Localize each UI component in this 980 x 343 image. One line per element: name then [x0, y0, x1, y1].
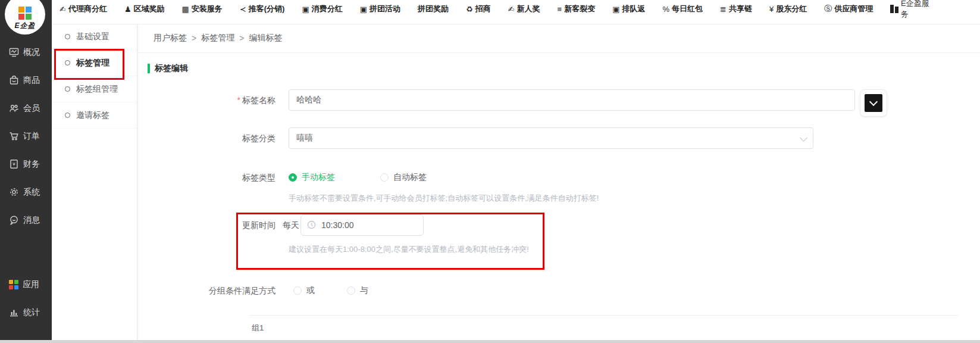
topnav-item-promoter[interactable]: ≺推客(分销): [240, 4, 285, 14]
top-navigation-bar: ✍代理商分红 ♟区域奖励 ▦安装服务 ≺推客(分销) ▣消费分红 ▣拼团活动 拼…: [52, 0, 980, 24]
breadcrumb-tag-management[interactable]: 标签管理: [201, 33, 234, 43]
s-circle-icon: Ⓢ: [824, 4, 832, 14]
submenu-item-invite-tag[interactable]: 邀请标签: [52, 102, 137, 129]
update-time-value[interactable]: [300, 214, 424, 236]
breadcrumb-separator: >: [192, 33, 196, 43]
topnav-item-group-reward[interactable]: 拼团奖励: [418, 4, 449, 14]
topnav-item-shareholder-dividend[interactable]: ¥股东分红: [769, 4, 807, 14]
topnav-item-daily-redpacket[interactable]: %每日红包: [662, 4, 703, 14]
update-time-hint: 建议设置在每天1:00-8:00之间,尽量不要设置整点,避免和其他任务冲突!: [289, 244, 529, 255]
share-icon: ≺: [240, 5, 246, 14]
auto-tag-radio[interactable]: [380, 173, 389, 182]
topnav-item-new-customer-fission[interactable]: ≡新客裂变: [558, 4, 596, 14]
chevron-down-icon: [869, 98, 878, 106]
recycle-icon: ♻: [466, 5, 473, 14]
tag-type-radio-group: 手动标签 自动标签: [289, 167, 427, 188]
logo-text: E企盈: [14, 21, 35, 31]
manual-tag-radio-label[interactable]: 手动标签: [302, 172, 335, 183]
goods-icon: [9, 75, 19, 85]
topnav-item-region-reward[interactable]: ♟区域奖励: [124, 4, 165, 14]
apps-icon: [9, 280, 18, 289]
submenu-item-tag-group-management[interactable]: 标签组管理: [52, 76, 137, 102]
topnav-item-consume-dividend[interactable]: ▣消费分红: [302, 4, 342, 14]
group-condition-label: 分组条件满足方式: [137, 280, 275, 301]
breadcrumb-user-tags[interactable]: 用户标签: [154, 33, 187, 43]
svg-text:¥: ¥: [12, 161, 15, 167]
tag-type-label: 标签类型: [137, 167, 275, 188]
overview-icon: [9, 47, 19, 57]
members-icon: [9, 103, 19, 113]
gear-icon: [9, 187, 19, 197]
group1-label: 组1: [252, 323, 959, 333]
image-icon: ▣: [612, 5, 619, 14]
image-icon: ▣: [302, 5, 309, 14]
tag-submenu: 基础设置 标签管理 标签组管理 邀请标签: [52, 24, 137, 343]
handshake-icon: ✍: [508, 5, 515, 14]
topnav-item-install-service[interactable]: ▦安装服务: [182, 4, 223, 14]
finance-icon: ¥: [9, 159, 19, 169]
clock-icon: [307, 220, 316, 229]
sidebar-item-label: 订单: [23, 131, 40, 142]
breadcrumb-edit-tag: 编辑标签: [249, 33, 282, 43]
tag-category-select[interactable]: [289, 127, 813, 149]
menu-lines-icon: ≡: [558, 5, 562, 14]
section-accent-bar: [148, 64, 150, 73]
sidebar-item-label: 商品: [23, 75, 40, 86]
and-radio[interactable]: [347, 286, 355, 295]
breadcrumb: 用户标签 > 标签管理 > 编辑标签: [137, 24, 980, 53]
group-condition-radio-group: 或 与: [293, 280, 368, 301]
topnav-item-supplier-management[interactable]: Ⓢ供应商管理: [824, 4, 873, 14]
sidebar-item-system[interactable]: 系统: [0, 178, 52, 206]
sidebar-item-label: 财务: [23, 159, 40, 170]
topnav-item-newcomer-award[interactable]: ✍新人奖: [508, 4, 540, 14]
radio-bullet-icon: [65, 60, 70, 66]
sidebar-item-members[interactable]: 会员: [0, 94, 52, 122]
topnav-item-agent-dividend[interactable]: ✍代理商分红: [60, 4, 107, 14]
or-radio[interactable]: [293, 286, 302, 295]
submenu-item-tag-management[interactable]: 标签管理: [52, 50, 137, 76]
radio-bullet-icon: [65, 86, 70, 92]
manual-tag-radio[interactable]: [289, 173, 297, 182]
sidebar-item-messages[interactable]: 消息: [0, 206, 52, 234]
app-window: 概况 商品 会员 订单 ¥ 财务 系统: [0, 0, 980, 343]
topnav-service-entry[interactable]: E企盈服务: [890, 0, 931, 20]
topnav-item-queue-return[interactable]: ▣排队返: [612, 4, 645, 14]
handshake-icon: ✍: [60, 5, 66, 14]
list-icon: ≣: [720, 5, 727, 14]
black-swatch: [865, 94, 882, 112]
tag-category-value[interactable]: [289, 127, 813, 149]
sidebar-item-overview[interactable]: 概况: [0, 38, 52, 66]
sidebar-item-stats[interactable]: 统计: [0, 298, 52, 326]
window-bottom-strip: [0, 340, 980, 343]
blocks-icon: [890, 5, 897, 13]
submenu-item-basic-settings[interactable]: 基础设置: [52, 24, 137, 50]
update-time-picker[interactable]: [300, 214, 424, 236]
topnav-item-share-chain[interactable]: ≣共享链: [720, 4, 752, 14]
topnav-item-investment[interactable]: ♻招商: [466, 4, 491, 14]
sidebar-item-finance[interactable]: ¥ 财务: [0, 150, 52, 178]
chat-bubble-icon: [9, 215, 19, 225]
tag-name-input[interactable]: [289, 89, 855, 111]
tag-name-label: *标签名称: [137, 89, 275, 111]
image-icon: ▣: [360, 5, 367, 14]
radio-bullet-icon: [65, 34, 70, 39]
sidebar-item-apps[interactable]: 应用: [0, 270, 52, 298]
and-radio-label[interactable]: 与: [360, 285, 368, 296]
update-time-label: 更新时间: [137, 214, 275, 236]
section-title: 标签编辑: [155, 63, 188, 74]
radio-bullet-icon: [65, 113, 70, 118]
sidebar-item-label: 会员: [23, 103, 40, 114]
or-radio-label[interactable]: 或: [306, 285, 315, 296]
auto-tag-radio-label[interactable]: 自动标签: [393, 172, 427, 183]
main-content: 用户标签 > 标签管理 > 编辑标签 标签编辑 *标签名称 标签分类 标签类型 …: [137, 24, 980, 343]
tag-name-dropdown-button[interactable]: [860, 89, 887, 117]
section-header: 标签编辑: [148, 63, 188, 74]
yen-icon: ¥: [769, 5, 774, 14]
sidebar-item-label: 系统: [23, 187, 40, 198]
sidebar-item-label: 消息: [23, 215, 40, 226]
sidebar-item-orders[interactable]: 订单: [0, 122, 52, 150]
logo-squares-icon: [18, 7, 32, 20]
person-award-icon: ♟: [124, 5, 131, 14]
sidebar-item-goods[interactable]: 商品: [0, 66, 52, 94]
topnav-item-group-activity[interactable]: ▣拼团活动: [360, 4, 400, 14]
